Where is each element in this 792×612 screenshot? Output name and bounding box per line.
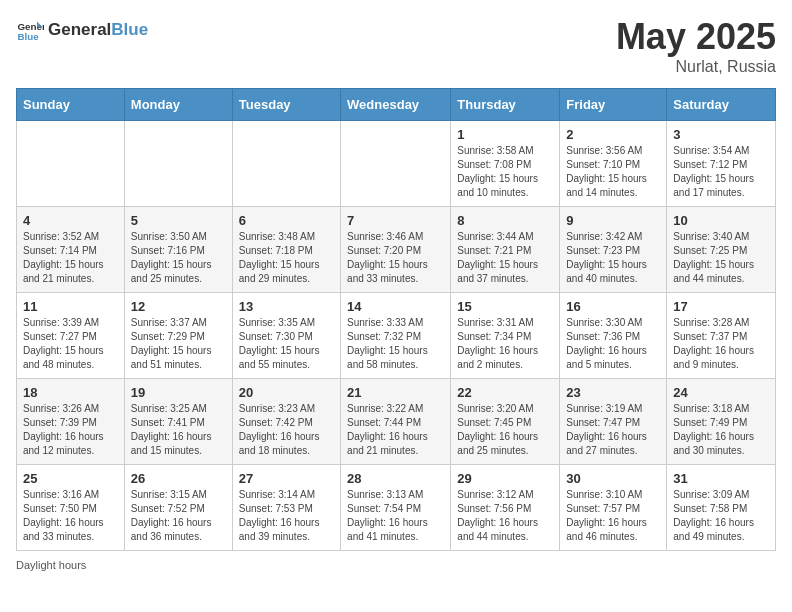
day-info: Sunrise: 3:26 AM Sunset: 7:39 PM Dayligh… bbox=[23, 402, 118, 458]
calendar-cell: 4Sunrise: 3:52 AM Sunset: 7:14 PM Daylig… bbox=[17, 207, 125, 293]
col-header-sunday: Sunday bbox=[17, 89, 125, 121]
calendar-cell: 1Sunrise: 3:58 AM Sunset: 7:08 PM Daylig… bbox=[451, 121, 560, 207]
day-info: Sunrise: 3:23 AM Sunset: 7:42 PM Dayligh… bbox=[239, 402, 334, 458]
day-number: 19 bbox=[131, 385, 226, 400]
col-header-wednesday: Wednesday bbox=[341, 89, 451, 121]
day-number: 7 bbox=[347, 213, 444, 228]
calendar-week-row: 1Sunrise: 3:58 AM Sunset: 7:08 PM Daylig… bbox=[17, 121, 776, 207]
calendar-cell: 14Sunrise: 3:33 AM Sunset: 7:32 PM Dayli… bbox=[341, 293, 451, 379]
day-number: 23 bbox=[566, 385, 660, 400]
day-number: 14 bbox=[347, 299, 444, 314]
calendar-cell: 12Sunrise: 3:37 AM Sunset: 7:29 PM Dayli… bbox=[124, 293, 232, 379]
calendar-cell: 11Sunrise: 3:39 AM Sunset: 7:27 PM Dayli… bbox=[17, 293, 125, 379]
calendar-cell: 8Sunrise: 3:44 AM Sunset: 7:21 PM Daylig… bbox=[451, 207, 560, 293]
header: General Blue General Blue May 2025 Nurla… bbox=[16, 16, 776, 76]
calendar-cell bbox=[341, 121, 451, 207]
calendar-cell: 17Sunrise: 3:28 AM Sunset: 7:37 PM Dayli… bbox=[667, 293, 776, 379]
day-info: Sunrise: 3:12 AM Sunset: 7:56 PM Dayligh… bbox=[457, 488, 553, 544]
calendar-cell: 23Sunrise: 3:19 AM Sunset: 7:47 PM Dayli… bbox=[560, 379, 667, 465]
day-info: Sunrise: 3:20 AM Sunset: 7:45 PM Dayligh… bbox=[457, 402, 553, 458]
day-info: Sunrise: 3:33 AM Sunset: 7:32 PM Dayligh… bbox=[347, 316, 444, 372]
day-number: 18 bbox=[23, 385, 118, 400]
calendar-week-row: 25Sunrise: 3:16 AM Sunset: 7:50 PM Dayli… bbox=[17, 465, 776, 551]
calendar-cell: 27Sunrise: 3:14 AM Sunset: 7:53 PM Dayli… bbox=[232, 465, 340, 551]
day-info: Sunrise: 3:50 AM Sunset: 7:16 PM Dayligh… bbox=[131, 230, 226, 286]
day-info: Sunrise: 3:25 AM Sunset: 7:41 PM Dayligh… bbox=[131, 402, 226, 458]
calendar-cell: 19Sunrise: 3:25 AM Sunset: 7:41 PM Dayli… bbox=[124, 379, 232, 465]
day-info: Sunrise: 3:52 AM Sunset: 7:14 PM Dayligh… bbox=[23, 230, 118, 286]
day-number: 13 bbox=[239, 299, 334, 314]
day-info: Sunrise: 3:18 AM Sunset: 7:49 PM Dayligh… bbox=[673, 402, 769, 458]
day-number: 27 bbox=[239, 471, 334, 486]
footer-note: Daylight hours bbox=[16, 559, 776, 571]
calendar-cell: 24Sunrise: 3:18 AM Sunset: 7:49 PM Dayli… bbox=[667, 379, 776, 465]
calendar-cell: 28Sunrise: 3:13 AM Sunset: 7:54 PM Dayli… bbox=[341, 465, 451, 551]
col-header-tuesday: Tuesday bbox=[232, 89, 340, 121]
calendar-cell: 21Sunrise: 3:22 AM Sunset: 7:44 PM Dayli… bbox=[341, 379, 451, 465]
col-header-thursday: Thursday bbox=[451, 89, 560, 121]
day-info: Sunrise: 3:39 AM Sunset: 7:27 PM Dayligh… bbox=[23, 316, 118, 372]
day-number: 25 bbox=[23, 471, 118, 486]
calendar-cell: 18Sunrise: 3:26 AM Sunset: 7:39 PM Dayli… bbox=[17, 379, 125, 465]
day-info: Sunrise: 3:54 AM Sunset: 7:12 PM Dayligh… bbox=[673, 144, 769, 200]
day-info: Sunrise: 3:09 AM Sunset: 7:58 PM Dayligh… bbox=[673, 488, 769, 544]
calendar-cell: 10Sunrise: 3:40 AM Sunset: 7:25 PM Dayli… bbox=[667, 207, 776, 293]
month-year-title: May 2025 bbox=[616, 16, 776, 58]
calendar-cell: 25Sunrise: 3:16 AM Sunset: 7:50 PM Dayli… bbox=[17, 465, 125, 551]
col-header-saturday: Saturday bbox=[667, 89, 776, 121]
day-number: 1 bbox=[457, 127, 553, 142]
day-number: 21 bbox=[347, 385, 444, 400]
calendar-cell: 13Sunrise: 3:35 AM Sunset: 7:30 PM Dayli… bbox=[232, 293, 340, 379]
calendar-table: SundayMondayTuesdayWednesdayThursdayFrid… bbox=[16, 88, 776, 551]
day-number: 24 bbox=[673, 385, 769, 400]
day-number: 31 bbox=[673, 471, 769, 486]
calendar-cell: 5Sunrise: 3:50 AM Sunset: 7:16 PM Daylig… bbox=[124, 207, 232, 293]
day-info: Sunrise: 3:19 AM Sunset: 7:47 PM Dayligh… bbox=[566, 402, 660, 458]
calendar-cell: 15Sunrise: 3:31 AM Sunset: 7:34 PM Dayli… bbox=[451, 293, 560, 379]
day-info: Sunrise: 3:35 AM Sunset: 7:30 PM Dayligh… bbox=[239, 316, 334, 372]
day-info: Sunrise: 3:28 AM Sunset: 7:37 PM Dayligh… bbox=[673, 316, 769, 372]
calendar-cell: 26Sunrise: 3:15 AM Sunset: 7:52 PM Dayli… bbox=[124, 465, 232, 551]
logo-blue-text: Blue bbox=[111, 20, 148, 40]
day-info: Sunrise: 3:46 AM Sunset: 7:20 PM Dayligh… bbox=[347, 230, 444, 286]
calendar-cell: 6Sunrise: 3:48 AM Sunset: 7:18 PM Daylig… bbox=[232, 207, 340, 293]
calendar-cell bbox=[124, 121, 232, 207]
day-info: Sunrise: 3:16 AM Sunset: 7:50 PM Dayligh… bbox=[23, 488, 118, 544]
logo-general-text: General bbox=[48, 20, 111, 40]
day-number: 2 bbox=[566, 127, 660, 142]
day-info: Sunrise: 3:44 AM Sunset: 7:21 PM Dayligh… bbox=[457, 230, 553, 286]
day-number: 26 bbox=[131, 471, 226, 486]
col-header-monday: Monday bbox=[124, 89, 232, 121]
calendar-cell: 30Sunrise: 3:10 AM Sunset: 7:57 PM Dayli… bbox=[560, 465, 667, 551]
day-number: 3 bbox=[673, 127, 769, 142]
day-number: 17 bbox=[673, 299, 769, 314]
day-number: 11 bbox=[23, 299, 118, 314]
calendar-cell: 2Sunrise: 3:56 AM Sunset: 7:10 PM Daylig… bbox=[560, 121, 667, 207]
calendar-cell: 29Sunrise: 3:12 AM Sunset: 7:56 PM Dayli… bbox=[451, 465, 560, 551]
day-number: 12 bbox=[131, 299, 226, 314]
calendar-cell: 9Sunrise: 3:42 AM Sunset: 7:23 PM Daylig… bbox=[560, 207, 667, 293]
calendar-cell: 31Sunrise: 3:09 AM Sunset: 7:58 PM Dayli… bbox=[667, 465, 776, 551]
day-info: Sunrise: 3:48 AM Sunset: 7:18 PM Dayligh… bbox=[239, 230, 334, 286]
day-info: Sunrise: 3:56 AM Sunset: 7:10 PM Dayligh… bbox=[566, 144, 660, 200]
day-info: Sunrise: 3:31 AM Sunset: 7:34 PM Dayligh… bbox=[457, 316, 553, 372]
svg-text:Blue: Blue bbox=[17, 31, 39, 42]
calendar-cell: 20Sunrise: 3:23 AM Sunset: 7:42 PM Dayli… bbox=[232, 379, 340, 465]
location-subtitle: Nurlat, Russia bbox=[616, 58, 776, 76]
day-info: Sunrise: 3:58 AM Sunset: 7:08 PM Dayligh… bbox=[457, 144, 553, 200]
calendar-cell: 7Sunrise: 3:46 AM Sunset: 7:20 PM Daylig… bbox=[341, 207, 451, 293]
day-number: 28 bbox=[347, 471, 444, 486]
day-info: Sunrise: 3:40 AM Sunset: 7:25 PM Dayligh… bbox=[673, 230, 769, 286]
day-number: 6 bbox=[239, 213, 334, 228]
day-number: 29 bbox=[457, 471, 553, 486]
day-info: Sunrise: 3:14 AM Sunset: 7:53 PM Dayligh… bbox=[239, 488, 334, 544]
day-info: Sunrise: 3:15 AM Sunset: 7:52 PM Dayligh… bbox=[131, 488, 226, 544]
calendar-header-row: SundayMondayTuesdayWednesdayThursdayFrid… bbox=[17, 89, 776, 121]
logo: General Blue General Blue bbox=[16, 16, 148, 44]
day-info: Sunrise: 3:37 AM Sunset: 7:29 PM Dayligh… bbox=[131, 316, 226, 372]
day-info: Sunrise: 3:42 AM Sunset: 7:23 PM Dayligh… bbox=[566, 230, 660, 286]
col-header-friday: Friday bbox=[560, 89, 667, 121]
title-area: May 2025 Nurlat, Russia bbox=[616, 16, 776, 76]
day-number: 10 bbox=[673, 213, 769, 228]
calendar-cell: 16Sunrise: 3:30 AM Sunset: 7:36 PM Dayli… bbox=[560, 293, 667, 379]
